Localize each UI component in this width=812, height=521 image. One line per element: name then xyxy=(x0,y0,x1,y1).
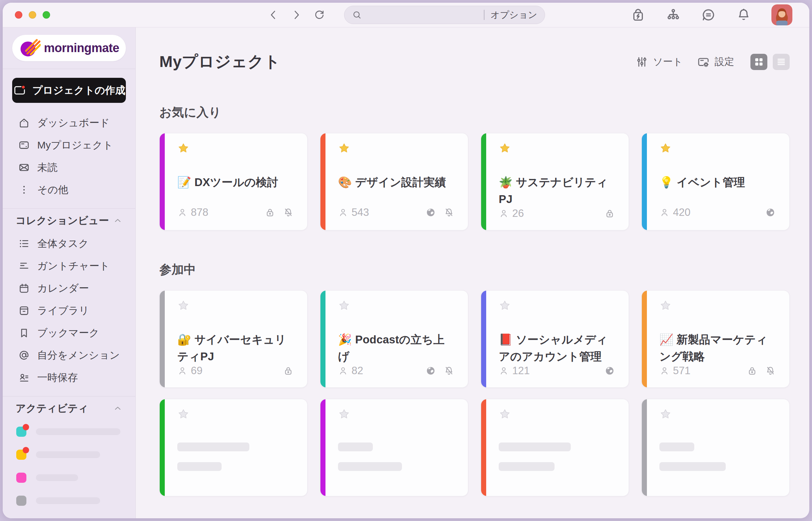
favorite-star-button[interactable] xyxy=(499,142,511,154)
favorite-star-button[interactable] xyxy=(338,299,350,312)
avatar-image xyxy=(771,4,792,25)
sidebar-item-dashboard[interactable]: ダッシュボード xyxy=(3,112,135,134)
org-chart-icon xyxy=(666,7,681,22)
user-avatar[interactable] xyxy=(771,4,792,25)
grid-view-button[interactable] xyxy=(750,54,767,70)
brand-name: morningmate xyxy=(44,41,119,55)
collection-item-mentions-me-label: 自分をメンション xyxy=(37,348,120,362)
project-card[interactable]: 🔐 サイバーセキュリティPJ69 xyxy=(159,290,308,388)
member-count: 82 xyxy=(352,365,363,377)
skeleton-bar xyxy=(177,443,249,451)
collection-item-gantt-chart-label: ガントチャート xyxy=(37,259,110,273)
list-view-button[interactable] xyxy=(773,54,790,70)
project-color-strip xyxy=(160,133,165,230)
favorite-star-button[interactable] xyxy=(659,142,672,154)
collection-view-header[interactable]: コレクションビュー xyxy=(3,209,135,232)
lock-icon xyxy=(265,207,275,218)
project-card[interactable]: 💡 イベント管理420 xyxy=(641,133,790,230)
store-button[interactable] xyxy=(631,7,646,22)
project-card[interactable]: 📕 ソーシャルメディアのアカウント管理121 xyxy=(481,290,629,388)
collection-item-mentions-me[interactable]: 自分をメンション xyxy=(3,344,135,366)
search-box[interactable]: オプション xyxy=(344,6,545,24)
project-card[interactable]: 📈 新製品マーケティング戦略571 xyxy=(641,290,790,388)
activity-row xyxy=(3,466,135,489)
bell-off-icon xyxy=(444,207,454,218)
notifications-button[interactable] xyxy=(736,7,751,22)
chevron-up-icon xyxy=(113,404,122,413)
favorite-star-button xyxy=(338,408,350,420)
settings-project-icon xyxy=(697,55,710,68)
search-icon xyxy=(352,10,362,20)
topbar-actions xyxy=(631,4,792,25)
zoom-window-button[interactable] xyxy=(43,11,50,19)
forward-button[interactable] xyxy=(290,9,302,21)
favorite-star-button xyxy=(177,408,189,420)
person-icon xyxy=(338,207,348,218)
sidebar-item-unread[interactable]: 未読 xyxy=(3,156,135,179)
favorite-star-button[interactable] xyxy=(177,142,189,154)
favorite-star-button[interactable] xyxy=(177,299,189,312)
person-icon xyxy=(659,366,670,376)
member-count: 571 xyxy=(673,365,691,377)
minimize-window-button[interactable] xyxy=(29,11,36,19)
globe-badge xyxy=(425,365,436,376)
settings-button[interactable]: 設定 xyxy=(697,55,734,69)
sort-button[interactable]: ソート xyxy=(635,55,683,69)
close-window-button[interactable] xyxy=(15,11,22,19)
project-card[interactable]: 📝 DXツールの検討878 xyxy=(159,133,308,230)
back-button[interactable] xyxy=(267,9,279,21)
lock-badge xyxy=(747,365,758,376)
star-icon xyxy=(499,299,511,312)
globe-badge xyxy=(425,207,436,218)
project-card[interactable]: 🎨 デザイン設計実績543 xyxy=(320,133,468,230)
favorite-star-button[interactable] xyxy=(338,142,350,154)
sidebar-item-more[interactable]: その他 xyxy=(3,179,135,201)
lock-badge xyxy=(265,207,275,218)
project-color-strip xyxy=(481,133,486,230)
project-title: 📈 新製品マーケティング戦略 xyxy=(659,331,776,365)
bell-off-badge xyxy=(765,365,776,376)
project-card[interactable]: 🪴 サステナビリティPJ26 xyxy=(481,133,629,230)
unread-dot xyxy=(23,424,29,430)
globe-icon xyxy=(425,365,436,376)
settings-label: 設定 xyxy=(715,55,734,69)
brand-logo[interactable]: morningmate xyxy=(12,35,126,61)
messages-button[interactable] xyxy=(701,7,716,22)
search-input[interactable] xyxy=(367,9,481,20)
project-card-skeleton xyxy=(159,399,308,496)
history-nav xyxy=(267,3,325,27)
collection-item-bookmarks-label: ブックマーク xyxy=(37,326,99,340)
skeleton-bar xyxy=(659,462,726,471)
collection-item-library[interactable]: ライブラリ xyxy=(3,299,135,322)
sidebar-item-my-projects[interactable]: Myプロジェクト xyxy=(3,134,135,156)
activity-header[interactable]: アクティビティ xyxy=(3,397,135,420)
sidebar-item-unread-label: 未読 xyxy=(37,161,58,175)
chevron-right-icon xyxy=(290,9,302,21)
bell-off-icon xyxy=(765,365,776,376)
org-button[interactable] xyxy=(666,7,681,22)
chevron-up-icon xyxy=(113,216,122,225)
project-title: 📕 ソーシャルメディアのアカウント管理 xyxy=(499,331,615,365)
activity-project-chip xyxy=(16,427,26,437)
collection-item-drafts[interactable]: 一時保存 xyxy=(3,366,135,389)
library-icon xyxy=(18,305,30,316)
reload-button[interactable] xyxy=(313,9,325,21)
collection-item-all-tasks[interactable]: 全体タスク xyxy=(3,232,135,255)
collection-item-bookmarks[interactable]: ブックマーク xyxy=(3,322,135,344)
project-color-strip xyxy=(642,133,647,230)
create-project-button[interactable]: プロジェクトの作成 xyxy=(12,78,126,103)
member-count: 543 xyxy=(352,206,369,219)
globe-icon xyxy=(765,207,776,218)
collection-item-calendar[interactable]: カレンダー xyxy=(3,277,135,299)
globe-icon xyxy=(425,207,436,218)
collection-item-gantt-chart[interactable]: ガントチャート xyxy=(3,255,135,277)
project-color-strip xyxy=(642,399,647,496)
project-card[interactable]: 🎉 Podcastの立ち上げ82 xyxy=(320,290,468,388)
main-content: Myプロジェクト ソート 設定 お気に入り xyxy=(136,27,809,518)
members-icon xyxy=(338,207,348,218)
favorite-star-button[interactable] xyxy=(499,299,511,312)
new-project-icon xyxy=(13,84,26,97)
favorite-star-button[interactable] xyxy=(659,299,672,312)
search-options-button[interactable]: オプション xyxy=(491,9,537,21)
activity-row xyxy=(3,489,135,512)
